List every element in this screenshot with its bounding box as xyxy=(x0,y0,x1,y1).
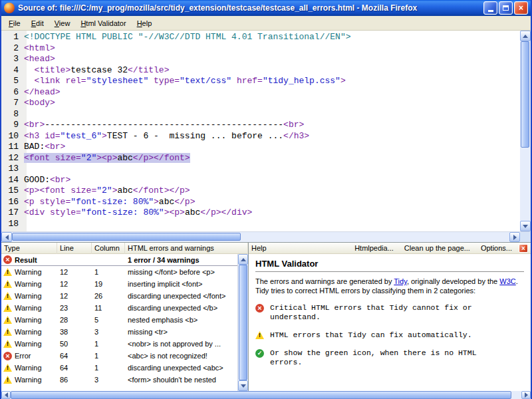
source-code: 1<!DOCTYPE HTML PUBLIC "-//W3C//DTD HTML… xyxy=(1,31,520,231)
source-line-6: 6</head> xyxy=(1,87,520,98)
error-list-vertical-scrollbar[interactable] xyxy=(237,254,248,391)
scroll-track[interactable] xyxy=(12,232,509,242)
result-label: Result xyxy=(15,256,37,264)
scroll-left-button[interactable] xyxy=(1,232,12,242)
error-row[interactable]: Warning641discarding unexpected <abc> xyxy=(1,362,237,374)
line-content: BAD:<br> xyxy=(24,142,65,152)
close-icon: × xyxy=(519,4,523,12)
line-content: <font size="2"><p>abc</p></font> xyxy=(24,153,190,163)
column-header-column[interactable]: Column xyxy=(92,243,125,254)
scroll-track[interactable] xyxy=(238,265,248,380)
error-row[interactable]: Warning121missing </font> before <p> xyxy=(1,266,237,278)
error-table-header[interactable]: Type Line Column HTML errors and warning… xyxy=(1,243,248,254)
scroll-thumb[interactable] xyxy=(239,265,247,380)
source-line-1: 1<!DOCTYPE HTML PUBLIC "-//W3C//DTD HTML… xyxy=(1,32,520,43)
help-items: Critical HTML errors that Tidy cannot fi… xyxy=(255,303,524,367)
result-summary: 1 error / 34 warnings xyxy=(125,256,237,264)
scroll-down-button[interactable] xyxy=(520,221,531,231)
down-arrow-icon xyxy=(241,384,246,388)
scroll-thumb[interactable] xyxy=(521,41,529,148)
help-header-link[interactable]: Htmlpedia... xyxy=(354,244,394,252)
scroll-track[interactable] xyxy=(520,41,531,221)
ok-icon xyxy=(255,349,264,358)
window-title: Source of: file:///C:/my_prog/mozilla/sr… xyxy=(18,3,480,13)
error-row[interactable]: Warning383missing <tr> xyxy=(1,326,237,338)
line-number: 10 xyxy=(1,131,24,142)
help-header-links: Htmlpedia...Clean up the page...Options.… xyxy=(354,244,512,252)
error-row[interactable]: Warning1219inserting implicit <font> xyxy=(1,278,237,290)
maximize-icon xyxy=(503,5,509,11)
warning-icon xyxy=(255,331,264,339)
scroll-thumb[interactable] xyxy=(11,391,511,399)
error-list-panel: Type Line Column HTML errors and warning… xyxy=(1,243,249,391)
error-list: Result 1 error / 34 warnings Warning121m… xyxy=(1,254,248,391)
left-arrow-icon xyxy=(5,235,9,240)
error-row[interactable]: Warning863<form> shouldn't be nested xyxy=(1,374,237,386)
help-header-link[interactable]: Clean up the page... xyxy=(404,244,470,252)
help-close-button[interactable]: × xyxy=(519,244,528,253)
source-vertical-scrollbar[interactable] xyxy=(520,31,531,231)
column-header-message[interactable]: HTML errors and warnings xyxy=(125,243,248,254)
menu-view[interactable]: View xyxy=(49,17,76,30)
result-row[interactable]: Result 1 error / 34 warnings xyxy=(1,254,237,266)
scroll-down-button[interactable] xyxy=(238,380,248,391)
menu-html-validator[interactable]: Html Validator xyxy=(75,17,131,30)
error-row[interactable]: Warning1226discarding unexpected </font> xyxy=(1,290,237,302)
line-content: <title>testcase 32</title> xyxy=(24,65,169,75)
warning-icon xyxy=(3,292,12,300)
line-number: 16 xyxy=(1,197,24,208)
column-header-line[interactable]: Line xyxy=(57,243,92,254)
source-horizontal-scrollbar[interactable] xyxy=(1,231,531,242)
error-row[interactable]: Warning285nested emphasis <b> xyxy=(1,314,237,326)
result-error-icon xyxy=(3,255,12,264)
source-line-8: 8 xyxy=(1,109,520,120)
column-header-type[interactable]: Type xyxy=(1,243,57,254)
help-link-w3c[interactable]: W3C xyxy=(499,277,515,285)
error-row[interactable]: Warning501<nobr> is not approved by ... xyxy=(1,338,237,350)
right-arrow-icon xyxy=(525,392,528,398)
scroll-track[interactable] xyxy=(11,391,521,399)
menu-help[interactable]: Help xyxy=(132,17,158,30)
right-arrow-icon xyxy=(513,235,517,240)
scroll-up-button[interactable] xyxy=(520,31,531,41)
help-panel: Help Htmlpedia...Clean up the page...Opt… xyxy=(249,243,531,391)
menu-edit[interactable]: Edit xyxy=(26,17,49,30)
line-number: 18 xyxy=(1,219,24,230)
scroll-right-button[interactable] xyxy=(509,232,520,242)
scroll-right-button[interactable] xyxy=(521,391,531,399)
source-line-5: 5 <link rel="stylesheet" type="text/css"… xyxy=(1,76,520,87)
title-bar[interactable]: Source of: file:///C:/my_prog/mozilla/sr… xyxy=(1,0,531,16)
help-heading: HTML Validator xyxy=(255,259,524,272)
help-item-warning: HTML errors that Tidy can fix automatica… xyxy=(255,331,524,340)
warning-icon xyxy=(3,376,12,384)
validator-panel: Type Line Column HTML errors and warning… xyxy=(1,242,531,391)
source-line-10: 10<h3 id="test_6">TEST - 6 - missing ...… xyxy=(1,131,520,142)
line-content: <div style="font-size: 80%"><p>abc</p></… xyxy=(24,207,252,217)
help-intro: The errors and warnings are generated by… xyxy=(255,277,524,295)
error-row[interactable]: Error641<abc> is not recognized! xyxy=(1,350,237,362)
help-panel-body: HTML Validator The errors and warnings a… xyxy=(249,254,531,391)
up-arrow-icon xyxy=(523,35,528,38)
line-number: 8 xyxy=(1,109,24,120)
source-line-14: 14GOOD:<br> xyxy=(1,175,520,186)
scroll-left-button[interactable] xyxy=(1,391,11,399)
source-line-3: 3<head> xyxy=(1,54,520,65)
line-number: 7 xyxy=(1,98,24,109)
close-button[interactable]: × xyxy=(514,1,528,15)
help-link-tidy[interactable]: Tidy xyxy=(394,277,407,285)
menu-file[interactable]: File xyxy=(3,17,26,30)
source-area: 1<!DOCTYPE HTML PUBLIC "-//W3C//DTD HTML… xyxy=(1,31,531,231)
error-row[interactable]: Warning2311discarding unexpected </b> xyxy=(1,302,237,314)
minimize-button[interactable] xyxy=(483,1,497,15)
source-line-2: 2<html> xyxy=(1,43,520,55)
scroll-up-button[interactable] xyxy=(238,254,248,265)
down-arrow-icon xyxy=(523,225,528,228)
bottom-horizontal-scrollbar[interactable] xyxy=(1,391,531,399)
warning-icon xyxy=(3,304,12,312)
maximize-button[interactable] xyxy=(499,1,513,15)
warning-icon xyxy=(3,364,12,372)
warning-icon xyxy=(3,268,12,276)
help-header-link[interactable]: Options... xyxy=(481,244,512,252)
line-number: 5 xyxy=(1,76,24,87)
scroll-thumb[interactable] xyxy=(12,233,241,241)
